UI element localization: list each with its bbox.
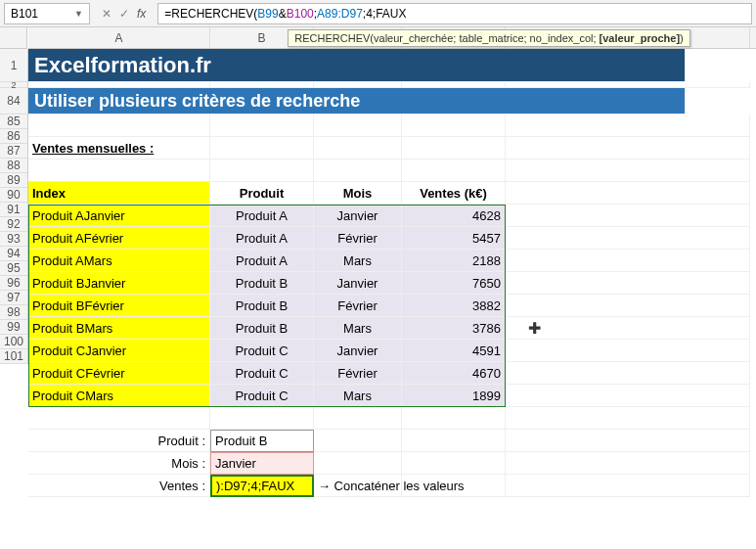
cell-index[interactable]: Produit BMars — [28, 317, 210, 340]
header-index[interactable]: Index — [28, 182, 210, 205]
cell[interactable] — [210, 114, 314, 137]
select-all-stub[interactable] — [0, 27, 27, 49]
row-header[interactable]: 85 — [0, 114, 27, 129]
cell[interactable] — [314, 452, 402, 475]
cell-ventes[interactable]: 4670 — [402, 362, 506, 385]
cell-mois[interactable]: Mars — [314, 317, 402, 340]
row-header[interactable]: 84 — [0, 88, 27, 114]
row-header[interactable]: 101 — [0, 349, 27, 364]
row-header[interactable]: 87 — [0, 144, 27, 159]
fx-icon[interactable]: fx — [137, 7, 146, 21]
input-produit[interactable]: Produit B — [210, 430, 314, 452]
cell-produit[interactable]: Produit A — [210, 250, 314, 272]
input-mois[interactable]: Janvier — [210, 452, 314, 475]
cell[interactable] — [506, 137, 750, 160]
cell[interactable] — [506, 272, 750, 295]
cell-ventes[interactable]: 4628 — [402, 205, 506, 227]
cell[interactable] — [28, 114, 210, 137]
cell[interactable] — [402, 407, 506, 430]
name-box[interactable]: B101 ▼ — [4, 3, 90, 24]
cell[interactable] — [314, 114, 402, 137]
cell-index[interactable]: Produit CJanvier — [28, 340, 210, 362]
header-ventes[interactable]: Ventes (k€) — [402, 182, 506, 205]
cell[interactable] — [506, 295, 750, 317]
cell-mois[interactable]: Février — [314, 362, 402, 385]
cell-mois[interactable]: Mars — [314, 250, 402, 272]
row-header[interactable]: 92 — [0, 217, 27, 232]
row-header[interactable]: 88 — [0, 159, 27, 173]
row-header[interactable]: 97 — [0, 291, 27, 305]
cancel-icon[interactable]: ✕ — [102, 7, 111, 21]
cell-produit[interactable]: Produit A — [210, 205, 314, 227]
cell-index[interactable]: Produit BFévrier — [28, 295, 210, 317]
cell-ventes[interactable]: 7650 — [402, 272, 506, 295]
cell-produit[interactable]: Produit B — [210, 295, 314, 317]
cell[interactable] — [506, 340, 750, 362]
cell[interactable] — [314, 160, 402, 182]
active-cell-ventes[interactable]: ):D97;4;FAUX — [210, 475, 314, 497]
column-header[interactable]: A — [28, 27, 210, 48]
cell[interactable] — [506, 385, 750, 407]
cell-grid[interactable]: Excelformation.fr Utiliser plusieurs cri… — [28, 49, 756, 497]
header-mois[interactable]: Mois — [314, 182, 402, 205]
cell[interactable] — [506, 475, 750, 497]
row-header[interactable]: 96 — [0, 276, 27, 291]
row-header[interactable]: 86 — [0, 129, 27, 144]
cell-index[interactable]: Produit BJanvier — [28, 272, 210, 295]
row-header[interactable]: 94 — [0, 247, 27, 261]
row-header[interactable]: 90 — [0, 188, 27, 203]
cell[interactable] — [506, 250, 750, 272]
header-produit[interactable]: Produit — [210, 182, 314, 205]
cell[interactable] — [28, 160, 210, 182]
cell-ventes[interactable]: 1899 — [402, 385, 506, 407]
cell-produit[interactable]: Produit A — [210, 227, 314, 250]
cell[interactable] — [210, 160, 314, 182]
cell[interactable] — [314, 137, 402, 160]
cell-mois[interactable]: Janvier — [314, 272, 402, 295]
row-header[interactable]: 91 — [0, 203, 27, 217]
formula-input[interactable]: =RECHERCHEV( B99 & B100 ; A89:D97 ;4;FAU… — [157, 3, 752, 24]
cell[interactable] — [506, 205, 750, 227]
cell-ventes[interactable]: 4591 — [402, 340, 506, 362]
cell-index[interactable]: Produit AFévrier — [28, 227, 210, 250]
cell[interactable] — [506, 114, 750, 137]
cell[interactable] — [314, 430, 402, 452]
cell[interactable] — [506, 160, 750, 182]
cell-index[interactable]: Produit CFévrier — [28, 362, 210, 385]
row-header[interactable]: 1 — [0, 49, 27, 82]
row-header[interactable]: 98 — [0, 305, 27, 320]
cell[interactable] — [28, 407, 210, 430]
cell-index[interactable]: Produit AMars — [28, 250, 210, 272]
cell[interactable] — [402, 114, 506, 137]
row-header[interactable]: 95 — [0, 261, 27, 276]
cell[interactable] — [402, 430, 506, 452]
chevron-down-icon[interactable]: ▼ — [74, 9, 83, 19]
cell-mois[interactable]: Janvier — [314, 205, 402, 227]
cell[interactable] — [314, 407, 402, 430]
section-label[interactable]: Ventes mensuelles : — [28, 137, 210, 160]
cell-produit[interactable]: Produit B — [210, 272, 314, 295]
confirm-icon[interactable]: ✓ — [119, 7, 129, 21]
cell-ventes[interactable]: 5457 — [402, 227, 506, 250]
label-produit[interactable]: Produit : — [28, 430, 210, 452]
cell-mois[interactable]: Février — [314, 295, 402, 317]
cell[interactable] — [506, 407, 750, 430]
cell-ventes[interactable]: 2188 — [402, 250, 506, 272]
cell-produit[interactable]: Produit B — [210, 317, 314, 340]
cell[interactable] — [210, 137, 314, 160]
row-header[interactable]: 89 — [0, 173, 27, 188]
cell-produit[interactable]: Produit C — [210, 340, 314, 362]
label-ventes[interactable]: Ventes : — [28, 475, 210, 497]
cell[interactable] — [402, 475, 506, 497]
annotation[interactable]: → Concaténer les valeurs — [314, 475, 402, 497]
cell[interactable] — [506, 430, 750, 452]
cell[interactable] — [402, 160, 506, 182]
row-header[interactable]: 100 — [0, 335, 27, 349]
row-header[interactable]: 99 — [0, 320, 27, 335]
cell-produit[interactable]: Produit C — [210, 385, 314, 407]
cell-index[interactable]: Produit AJanvier — [28, 205, 210, 227]
cell[interactable] — [402, 137, 506, 160]
cell-ventes[interactable]: 3882 — [402, 295, 506, 317]
row-header[interactable]: 93 — [0, 232, 27, 247]
cell-mois[interactable]: Janvier — [314, 340, 402, 362]
